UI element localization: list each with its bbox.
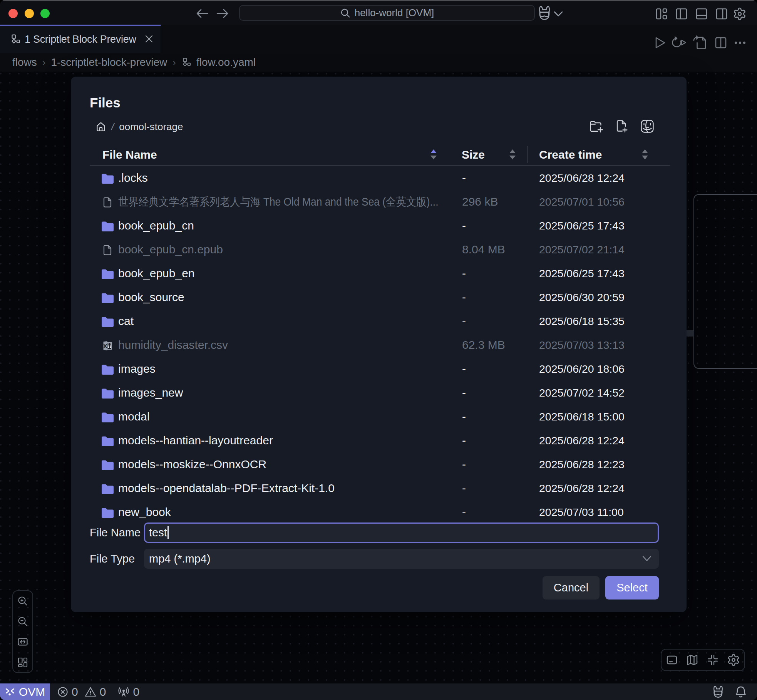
svg-text:X: X bbox=[103, 342, 107, 349]
